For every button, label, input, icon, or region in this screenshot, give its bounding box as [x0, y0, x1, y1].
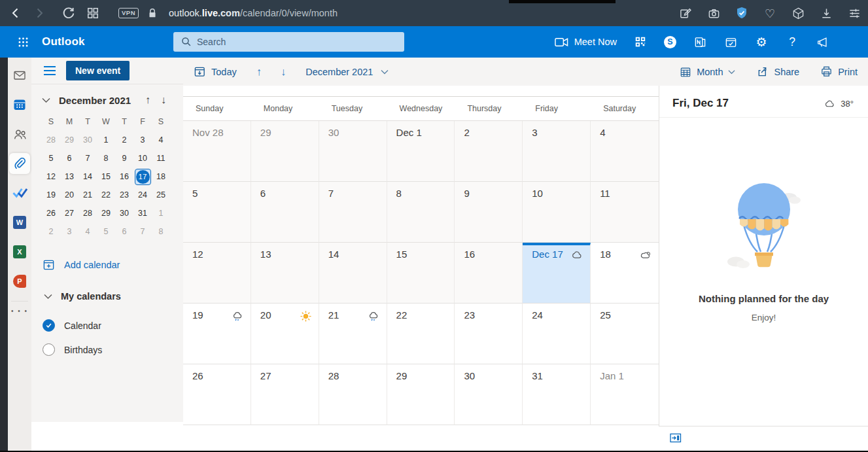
tabs-grid-icon[interactable] [86, 6, 100, 20]
mini-day[interactable]: 28 [78, 204, 97, 222]
mini-day[interactable]: 3 [133, 131, 152, 149]
calendar-day-cell[interactable]: 20 [251, 304, 319, 364]
hamburger-menu-icon[interactable] [43, 65, 56, 76]
mini-day[interactable]: 20 [60, 186, 78, 204]
calendar-day-cell[interactable]: 25 [591, 304, 659, 364]
mini-day[interactable]: 13 [60, 167, 78, 186]
calendar-day-cell[interactable]: 24 [523, 304, 591, 364]
mini-day[interactable]: 5 [97, 222, 115, 241]
skype-icon[interactable]: S [664, 36, 676, 48]
mini-day[interactable]: 7 [78, 149, 97, 167]
mini-day[interactable]: 30 [115, 204, 133, 222]
calendar-day-cell[interactable]: 9 [455, 182, 523, 243]
calendar-day-cell[interactable]: 22 [387, 304, 455, 364]
mini-day[interactable]: 1 [97, 131, 115, 149]
calendar-day-cell[interactable]: 29 [387, 364, 455, 425]
calendar-day-cell[interactable]: 6 [251, 182, 319, 243]
mail-icon[interactable] [9, 65, 30, 86]
view-selector[interactable]: Month [680, 66, 735, 78]
mini-day[interactable]: 25 [152, 186, 170, 204]
calendar-day-cell[interactable]: Dec 17 [523, 243, 591, 304]
weather-summary[interactable]: 38° [824, 98, 854, 109]
mini-day[interactable]: 28 [42, 131, 60, 149]
today-button[interactable]: Today [194, 65, 237, 78]
attachments-paperclip-icon[interactable] [9, 153, 30, 174]
mini-day[interactable]: 14 [78, 167, 97, 186]
calendar-day-cell[interactable]: 29 [251, 121, 319, 182]
previous-month-icon[interactable]: ↑ [140, 94, 156, 106]
onenote-feed-icon[interactable] [693, 35, 707, 49]
new-event-button[interactable]: New event [66, 61, 130, 80]
calendar-day-cell[interactable]: 11 [591, 182, 659, 243]
next-month-icon[interactable]: ↓ [156, 94, 171, 106]
calendar-day-cell[interactable]: 13 [251, 243, 319, 304]
powerpoint-icon[interactable]: P [9, 271, 30, 292]
mini-day-selected[interactable]: 17 [133, 167, 152, 186]
calendar-day-cell[interactable]: 27 [251, 364, 319, 425]
mini-day[interactable]: 4 [152, 131, 170, 149]
mini-day[interactable]: 1 [152, 204, 170, 222]
mini-day[interactable]: 6 [60, 149, 78, 167]
mini-day[interactable]: 8 [152, 222, 170, 241]
collapse-panel-icon[interactable] [670, 433, 682, 443]
calendar-day-cell[interactable]: 5 [183, 182, 251, 243]
back-icon[interactable] [9, 6, 23, 20]
mini-day[interactable]: 31 [133, 204, 152, 222]
mini-day[interactable]: 22 [97, 186, 115, 204]
mini-calendar-collapse-icon[interactable] [42, 97, 50, 103]
calendar-day-cell[interactable]: Dec 1 [387, 121, 455, 182]
mini-day[interactable]: 24 [133, 186, 152, 204]
todo-calendar-check-icon[interactable] [723, 35, 738, 49]
mini-day[interactable]: 8 [97, 149, 115, 167]
word-icon[interactable]: W [9, 212, 30, 233]
meet-now-button[interactable]: Meet Now [555, 37, 617, 48]
mini-day[interactable]: 11 [152, 149, 170, 167]
lock-icon[interactable] [145, 6, 160, 20]
search-input[interactable] [173, 32, 404, 52]
extensions-cube-icon[interactable] [791, 6, 805, 20]
mini-day[interactable]: 16 [115, 167, 133, 186]
calendar-day-cell[interactable]: 28 [319, 364, 387, 425]
checked-circle-icon[interactable] [43, 319, 55, 332]
refresh-icon[interactable] [61, 6, 75, 20]
favorites-heart-icon[interactable]: ♡ [763, 6, 777, 20]
help-icon[interactable]: ? [785, 35, 799, 49]
app-name[interactable]: Outlook [42, 26, 85, 58]
calendar-day-cell[interactable]: 23 [455, 304, 523, 364]
url-bar[interactable]: outlook.live.com/calendar/0/view/month [169, 8, 338, 18]
mini-day[interactable]: 27 [60, 204, 78, 222]
whats-new-megaphone-icon[interactable] [816, 35, 830, 49]
calendar-day-cell[interactable]: 21 [319, 304, 387, 364]
calendar-day-cell[interactable]: 10 [523, 182, 591, 243]
mini-day[interactable]: 21 [78, 186, 97, 204]
calendar-day-cell[interactable]: 12 [183, 243, 251, 304]
protect-shield-icon[interactable] [735, 6, 749, 20]
mini-day[interactable]: 30 [78, 131, 97, 149]
calendar-day-cell[interactable]: 4 [591, 121, 659, 182]
app-launcher-icon[interactable] [8, 26, 38, 58]
vpn-badge[interactable]: VPN [118, 8, 139, 18]
qr-code-icon[interactable] [633, 35, 648, 49]
mini-day[interactable]: 3 [60, 222, 78, 241]
calendar-day-cell[interactable]: 14 [319, 243, 387, 304]
add-calendar-button[interactable]: Add calendar [43, 258, 183, 271]
period-selector[interactable]: December 2021 [305, 67, 389, 77]
my-calendars-header[interactable]: My calendars [44, 291, 183, 302]
mini-day[interactable]: 4 [78, 222, 97, 241]
unchecked-circle-icon[interactable] [43, 343, 55, 356]
mini-calendar-title[interactable]: December 2021 [59, 95, 140, 106]
mini-day[interactable]: 6 [115, 222, 133, 241]
mini-day[interactable]: 18 [152, 167, 170, 186]
mini-day[interactable]: 19 [42, 186, 60, 204]
excel-icon[interactable]: X [9, 241, 30, 262]
settings-gear-icon[interactable]: ⚙ [754, 35, 769, 49]
mini-day[interactable]: 2 [42, 222, 60, 241]
calendar-day-cell[interactable]: 19 [183, 304, 251, 364]
calendar-day-cell[interactable]: 16 [455, 243, 523, 304]
calendar-day-cell[interactable]: 18 [591, 243, 659, 304]
edit-page-icon[interactable] [678, 6, 693, 20]
mini-day[interactable]: 26 [42, 204, 60, 222]
calendar-day-cell[interactable]: Nov 28 [183, 121, 251, 182]
calendar-day-cell[interactable]: 30 [455, 364, 523, 425]
mini-day[interactable]: 5 [42, 149, 60, 167]
